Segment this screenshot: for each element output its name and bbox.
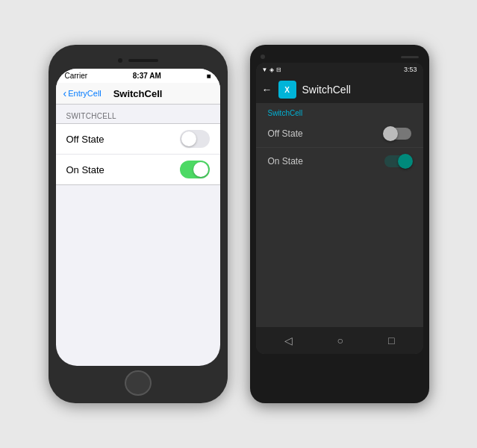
ios-toggle-thumb-off xyxy=(181,131,196,146)
wifi-icon: ▼ xyxy=(262,66,268,73)
ios-nav-bar: ‹ EntryCell SwitchCell xyxy=(56,83,220,105)
android-back-arrow[interactable]: ← xyxy=(262,84,272,96)
android-toggle-on[interactable] xyxy=(384,155,411,167)
android-status-bar: ▼ ◈ ⊟ 3:53 xyxy=(256,63,423,76)
android-status-icons: ▼ ◈ ⊟ xyxy=(262,66,282,73)
ios-table: Off State On State xyxy=(56,123,220,185)
android-app-icon-text: X xyxy=(284,86,290,94)
ios-screen: Carrier 8:37 AM ■ ‹ EntryCell SwitchCell… xyxy=(56,69,220,366)
android-toolbar-title: SwitchCell xyxy=(302,84,351,96)
android-section-label: SwitchCell xyxy=(256,103,423,120)
ios-camera xyxy=(118,58,122,63)
ios-back-label: EntryCell xyxy=(68,89,102,98)
ios-battery: ■ xyxy=(206,72,211,80)
android-phone: ▼ ◈ ⊟ 3:53 ← X SwitchCell SwitchCell Off… xyxy=(250,45,429,403)
android-row-on-state[interactable]: On State xyxy=(256,148,423,175)
ios-toggle-on[interactable] xyxy=(180,161,210,178)
android-home-nav-icon[interactable]: ○ xyxy=(337,335,343,346)
android-top-bar xyxy=(256,51,423,63)
android-speaker xyxy=(401,56,419,58)
android-off-state-label: Off State xyxy=(268,128,303,139)
android-row-off-state[interactable]: Off State xyxy=(256,120,423,148)
ios-content: SWITCHCELL Off State On State xyxy=(56,105,220,366)
android-camera-area xyxy=(261,55,265,59)
ios-home-button[interactable] xyxy=(125,370,152,396)
android-recent-nav-icon[interactable]: □ xyxy=(388,335,394,346)
android-on-state-label: On State xyxy=(268,156,303,167)
android-content: SwitchCell Off State On State xyxy=(256,103,423,327)
ios-section-header: SWITCHCELL xyxy=(56,105,220,123)
ios-off-state-label: Off State xyxy=(66,134,105,145)
android-app-icon: X xyxy=(278,81,296,99)
ios-carrier: Carrier xyxy=(65,72,88,80)
signal-icon: ◈ xyxy=(269,66,274,73)
android-screen: ▼ ◈ ⊟ 3:53 ← X SwitchCell SwitchCell Off… xyxy=(256,63,423,354)
ios-row-off-state[interactable]: Off State xyxy=(56,124,220,155)
android-toggle-thumb-on xyxy=(398,154,413,169)
ios-phone: Carrier 8:37 AM ■ ‹ EntryCell SwitchCell… xyxy=(49,45,228,403)
android-toggle-off[interactable] xyxy=(384,128,411,140)
ios-toggle-thumb-on xyxy=(193,162,208,177)
android-time: 3:53 xyxy=(404,66,417,73)
ios-row-on-state[interactable]: On State xyxy=(56,155,220,184)
ios-status-bar: Carrier 8:37 AM ■ xyxy=(56,69,220,83)
android-nav-bar: ◁ ○ □ xyxy=(256,327,423,354)
android-toolbar: ← X SwitchCell xyxy=(256,76,423,103)
ios-on-state-label: On State xyxy=(66,164,105,175)
ios-time: 8:37 AM xyxy=(133,72,161,80)
ios-back-button[interactable]: ‹ EntryCell xyxy=(63,87,102,99)
ios-toggle-off[interactable] xyxy=(180,130,210,148)
android-back-nav-icon[interactable]: ◁ xyxy=(284,335,293,346)
ios-nav-title: SwitchCell xyxy=(113,88,163,99)
android-toggle-thumb-off xyxy=(383,126,398,141)
battery-icon: ⊟ xyxy=(276,66,281,73)
android-camera xyxy=(261,55,265,59)
chevron-left-icon: ‹ xyxy=(63,87,67,99)
ios-speaker xyxy=(128,59,158,62)
